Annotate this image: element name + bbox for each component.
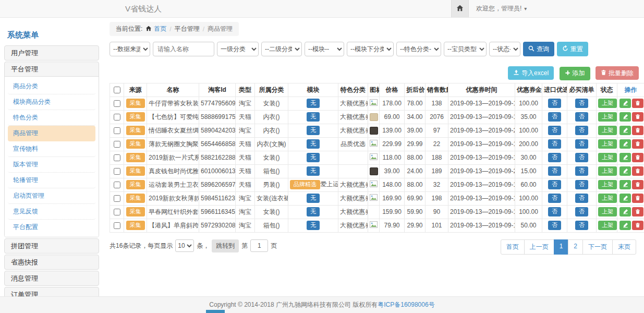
row-checkbox[interactable] xyxy=(114,154,120,161)
filter-select-2[interactable]: --二级分类-- xyxy=(261,42,302,56)
add-button[interactable]: 添加 xyxy=(560,67,590,80)
edit-button[interactable] xyxy=(619,221,631,230)
per-page-select[interactable]: 10 xyxy=(175,239,194,252)
status-badge[interactable]: 上架 xyxy=(598,166,617,176)
sidebar-item-省惠快报[interactable]: 省惠快报 xyxy=(4,255,99,270)
filter-select-7[interactable]: --状态-- xyxy=(489,42,520,56)
filter-data-source[interactable]: --数据来源-- xyxy=(110,42,150,56)
status-badge[interactable]: 上架 xyxy=(598,194,617,203)
page-button-首页[interactable]: 首页 xyxy=(501,239,525,255)
filter-select-3[interactable]: --模块-- xyxy=(305,42,344,56)
delete-button[interactable] xyxy=(632,207,643,216)
import-toggle-badge[interactable]: 否 xyxy=(548,99,561,108)
must-buy-toggle-badge[interactable]: 否 xyxy=(575,207,588,216)
sidebar-subitem-版本管理[interactable]: 版本管理 xyxy=(8,157,95,173)
status-badge[interactable]: 上架 xyxy=(598,112,617,122)
filter-select-4[interactable]: --模块下分类-- xyxy=(347,42,394,56)
import-toggle-badge[interactable]: 否 xyxy=(548,221,561,230)
import-excel-button[interactable]: 导入excel xyxy=(508,66,554,80)
edit-button[interactable] xyxy=(619,166,631,176)
row-checkbox[interactable] xyxy=(114,141,120,148)
must-buy-toggle-badge[interactable]: 否 xyxy=(575,166,588,176)
row-checkbox[interactable] xyxy=(114,127,120,134)
sidebar-subitem-宣传物料[interactable]: 宣传物料 xyxy=(8,141,95,157)
status-badge[interactable]: 上架 xyxy=(598,221,617,230)
edit-button[interactable] xyxy=(619,207,631,216)
edit-button[interactable] xyxy=(619,126,631,135)
edit-button[interactable] xyxy=(619,180,631,189)
icp-link[interactable]: 粤ICP备16098006号 xyxy=(378,301,434,308)
row-checkbox[interactable] xyxy=(114,168,120,175)
sidebar-subitem-平台配置[interactable]: 平台配置 xyxy=(8,220,95,235)
sidebar-subitem-启动页管理[interactable]: 启动页管理 xyxy=(8,188,95,204)
import-toggle-badge[interactable]: 否 xyxy=(548,194,561,203)
row-checkbox[interactable] xyxy=(114,182,120,188)
sidebar-subitem-模块商品分类[interactable]: 模块商品分类 xyxy=(8,94,95,110)
import-toggle-badge[interactable]: 否 xyxy=(548,153,561,162)
import-toggle-badge[interactable]: 否 xyxy=(548,112,561,122)
delete-button[interactable] xyxy=(632,153,643,162)
filter-select-6[interactable]: --宝贝类型-- xyxy=(444,42,487,56)
jump-page-input[interactable] xyxy=(250,239,268,252)
module-badge[interactable]: 无 xyxy=(307,166,320,176)
module-badge[interactable]: 无 xyxy=(307,194,320,203)
status-badge[interactable]: 上架 xyxy=(598,126,617,135)
import-toggle-badge[interactable]: 否 xyxy=(548,126,561,135)
edit-button[interactable] xyxy=(619,194,631,203)
status-badge[interactable]: 上架 xyxy=(598,99,617,108)
import-toggle-badge[interactable]: 否 xyxy=(548,139,561,149)
row-checkbox[interactable] xyxy=(114,195,120,202)
module-badge[interactable]: 无 xyxy=(307,99,320,108)
page-button-上一页[interactable]: 上一页 xyxy=(524,239,554,255)
status-badge[interactable]: 上架 xyxy=(598,207,617,216)
jump-button[interactable]: 跳转到 xyxy=(212,239,239,252)
sidebar-item-拼团管理[interactable]: 拼团管理 xyxy=(4,238,99,254)
row-checkbox[interactable] xyxy=(114,114,120,121)
delete-button[interactable] xyxy=(632,139,643,149)
module-badge[interactable]: 无 xyxy=(307,207,320,216)
must-buy-toggle-badge[interactable]: 否 xyxy=(575,221,588,230)
reset-button[interactable]: 重置 xyxy=(557,42,588,56)
module-badge[interactable]: 无 xyxy=(307,126,320,135)
delete-button[interactable] xyxy=(632,166,643,176)
sidebar-subitem-轮播管理[interactable]: 轮播管理 xyxy=(8,173,95,188)
sidebar-subitem-商品分类[interactable]: 商品分类 xyxy=(8,79,95,94)
must-buy-toggle-badge[interactable]: 否 xyxy=(575,153,588,162)
search-button[interactable]: 查询 xyxy=(523,42,554,56)
delete-button[interactable] xyxy=(632,99,643,108)
filter-select-1[interactable]: 一级分类 xyxy=(217,42,259,56)
must-buy-toggle-badge[interactable]: 否 xyxy=(575,126,588,135)
sidebar-item-platform-management[interactable]: 平台管理 xyxy=(5,62,99,76)
home-nav-button[interactable] xyxy=(451,0,469,17)
must-buy-toggle-badge[interactable]: 否 xyxy=(575,112,588,122)
module-badge[interactable]: 无 xyxy=(307,153,320,162)
sidebar-item-消息管理[interactable]: 消息管理 xyxy=(4,271,99,286)
delete-button[interactable] xyxy=(632,112,643,122)
must-buy-toggle-badge[interactable]: 否 xyxy=(575,139,588,149)
import-toggle-badge[interactable]: 否 xyxy=(548,207,561,216)
status-badge[interactable]: 上架 xyxy=(598,180,617,189)
edit-button[interactable] xyxy=(619,112,631,122)
batch-delete-button[interactable]: 批量删除 xyxy=(596,66,639,80)
select-all-checkbox[interactable] xyxy=(114,87,120,93)
import-toggle-badge[interactable]: 否 xyxy=(548,166,561,176)
breadcrumb-home-link[interactable]: 首页 xyxy=(154,25,166,33)
row-checkbox[interactable] xyxy=(114,100,120,107)
import-toggle-badge[interactable]: 否 xyxy=(548,180,561,189)
filter-select-5[interactable]: --特色分类-- xyxy=(396,42,441,56)
module-badge[interactable]: 无 xyxy=(307,139,320,149)
sidebar-item-user-management[interactable]: 用户管理 xyxy=(4,45,99,61)
module-badge[interactable]: 品牌精选 xyxy=(290,180,320,189)
delete-button[interactable] xyxy=(632,221,643,230)
name-search-input[interactable] xyxy=(153,42,214,56)
delete-button[interactable] xyxy=(632,194,643,203)
edit-button[interactable] xyxy=(619,99,631,108)
delete-button[interactable] xyxy=(632,126,643,135)
sidebar-subitem-商品管理[interactable]: 商品管理 xyxy=(8,126,95,141)
status-badge[interactable]: 上架 xyxy=(598,153,617,162)
must-buy-toggle-badge[interactable]: 否 xyxy=(575,99,588,108)
must-buy-toggle-badge[interactable]: 否 xyxy=(575,180,588,189)
sidebar-subitem-特色分类[interactable]: 特色分类 xyxy=(8,110,95,126)
row-checkbox[interactable] xyxy=(114,209,120,215)
module-badge[interactable]: 无 xyxy=(307,221,320,230)
